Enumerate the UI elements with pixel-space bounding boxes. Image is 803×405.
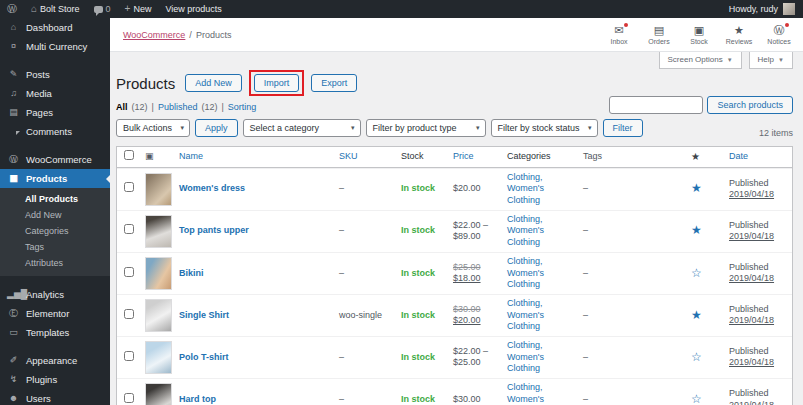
sidebar-item-label: Media	[26, 88, 52, 99]
breadcrumb-woocommerce-link[interactable]: WooCommerce	[123, 30, 185, 40]
category-links[interactable]: Clothing, Women's Clothing	[507, 172, 544, 205]
sidebar-item-dashboard[interactable]: ⌂ Dashboard	[0, 18, 110, 37]
notices-wordpress-icon: Ⓦ	[774, 25, 785, 36]
sidebar-item-elementor[interactable]: Ⓔ Elementor	[0, 304, 110, 323]
product-name-link[interactable]: Women's dress	[179, 183, 245, 193]
row-checkbox[interactable]	[124, 182, 134, 192]
view-products-menu[interactable]: View products	[158, 0, 228, 18]
activity-stock[interactable]: ▣ Stock	[679, 23, 719, 47]
activity-notices[interactable]: Ⓦ Notices	[759, 23, 799, 47]
product-thumbnail[interactable]	[145, 341, 172, 374]
featured-star-toggle[interactable]: ☆	[691, 392, 702, 405]
sidebar-item-plugins[interactable]: ↯ Plugins	[0, 370, 110, 389]
select-all-checkbox[interactable]	[124, 150, 134, 160]
notification-dot	[785, 23, 789, 27]
chevron-down-icon: ▼	[727, 57, 733, 63]
help-button[interactable]: Help ▼	[749, 52, 793, 69]
category-filter-select[interactable]: Select a category ▾	[243, 119, 361, 137]
stock-status: In stock	[401, 225, 435, 235]
row-checkbox[interactable]	[124, 309, 134, 319]
products-page: Products Add New Import Export All (12) …	[110, 52, 803, 405]
submenu-categories[interactable]: Categories	[0, 223, 110, 239]
filter-button[interactable]: Filter	[603, 119, 643, 137]
product-thumbnail[interactable]	[145, 215, 172, 248]
sidebar-item-analytics[interactable]: ▂▅█ Analytics	[0, 285, 110, 304]
product-thumbnail[interactable]	[145, 257, 172, 290]
new-content-menu[interactable]: + New	[118, 0, 159, 18]
featured-star-toggle[interactable]: ☆	[691, 266, 702, 280]
submenu-attributes[interactable]: Attributes	[0, 255, 110, 271]
product-name-link[interactable]: Hard top	[179, 394, 216, 404]
category-links[interactable]: Clothing, Women's Clothing	[507, 382, 544, 405]
product-type-filter-select[interactable]: Filter by product type ▾	[366, 119, 486, 137]
sku-cell: –	[335, 222, 397, 240]
sidebar-item-media[interactable]: ♫ Media	[0, 84, 110, 103]
filter-toolbar: Bulk Actions ▾ Apply Select a category ▾…	[116, 118, 793, 138]
featured-star-toggle[interactable]: ★	[691, 223, 702, 237]
add-new-button[interactable]: Add New	[185, 74, 242, 92]
column-header-sku[interactable]: SKU	[339, 151, 358, 161]
featured-star-toggle[interactable]: ★	[691, 308, 702, 322]
activity-reviews[interactable]: ★ Reviews	[719, 23, 759, 47]
product-name-link[interactable]: Bikini	[179, 268, 204, 278]
products-icon: ▦	[7, 174, 20, 183]
wordpress-logo-menu[interactable]: Ⓦ	[0, 0, 24, 18]
sidebar-item-multi-currency[interactable]: ¤ Multi Currency	[0, 37, 110, 56]
row-checkbox[interactable]	[124, 267, 134, 277]
search-input[interactable]	[609, 96, 703, 114]
reviews-star-icon: ★	[734, 25, 744, 36]
submenu-add-new[interactable]: Add New	[0, 207, 110, 223]
product-name-link[interactable]: Single Shirt	[179, 310, 229, 320]
import-button[interactable]: Import	[254, 74, 300, 92]
category-links[interactable]: Clothing, Women's Clothing	[507, 340, 544, 373]
woocommerce-icon: Ⓦ	[7, 155, 20, 164]
product-thumbnail[interactable]	[145, 383, 172, 405]
apply-button[interactable]: Apply	[195, 119, 238, 137]
sidebar-item-templates[interactable]: ▭ Templates	[0, 323, 110, 342]
sidebar-item-products[interactable]: ▦ Products	[0, 169, 110, 188]
featured-star-toggle[interactable]: ☆	[691, 350, 702, 364]
featured-star-toggle[interactable]: ★	[691, 181, 702, 195]
row-checkbox[interactable]	[124, 393, 134, 403]
row-checkbox[interactable]	[124, 351, 134, 361]
product-thumbnail[interactable]	[145, 299, 172, 332]
screen-options-button[interactable]: Screen Options ▼	[659, 52, 742, 69]
view-separator: |	[152, 102, 154, 112]
product-name-link[interactable]: Top pants upper	[179, 225, 249, 235]
activity-inbox[interactable]: ✉ Inbox	[599, 23, 639, 47]
export-button[interactable]: Export	[311, 74, 357, 92]
search-products-button[interactable]: Search products	[707, 96, 793, 114]
category-links[interactable]: Clothing, Women's Clothing	[507, 214, 544, 247]
activity-orders[interactable]: ▤ Orders	[639, 23, 679, 47]
column-header-date[interactable]: Date	[729, 151, 748, 161]
products-table: ▣ Name SKU Stock Price Categories Tags ★…	[116, 146, 793, 405]
sidebar-item-users[interactable]: ☻ Users	[0, 389, 110, 405]
sidebar-item-pages[interactable]: ▤ Pages	[0, 103, 110, 122]
site-name-menu[interactable]: ⌂ Bolt Store	[24, 0, 87, 18]
sidebar-item-appearance[interactable]: ✐ Appearance	[0, 351, 110, 370]
view-published-link[interactable]: Published	[158, 102, 198, 112]
submenu-tags[interactable]: Tags	[0, 239, 110, 255]
account-menu[interactable]: Howdy, rudy	[729, 3, 803, 15]
column-header-name[interactable]: Name	[179, 151, 203, 161]
view-sorting-link[interactable]: Sorting	[228, 102, 257, 112]
menu-separator	[0, 141, 110, 150]
menu-separator	[0, 56, 110, 65]
category-links[interactable]: Clothing, Women's Clothing	[507, 256, 544, 289]
sidebar-item-posts[interactable]: ✎ Posts	[0, 65, 110, 84]
row-checkbox[interactable]	[124, 224, 134, 234]
stock-status: In stock	[401, 310, 435, 320]
product-thumbnail[interactable]	[145, 173, 172, 206]
category-links[interactable]: Clothing, Women's Clothing	[507, 298, 544, 331]
active-menu-arrow	[106, 175, 110, 183]
submenu-all-products[interactable]: All Products	[0, 191, 110, 207]
price-sale: $20.00	[453, 315, 481, 325]
product-name-link[interactable]: Polo T-shirt	[179, 352, 229, 362]
comments-menu[interactable]: 0	[87, 0, 118, 18]
bulk-actions-select[interactable]: Bulk Actions ▾	[116, 119, 190, 137]
column-header-price[interactable]: Price	[453, 151, 474, 161]
view-all-link[interactable]: All	[116, 102, 128, 112]
stock-status-filter-select[interactable]: Filter by stock status ▾	[491, 119, 598, 137]
sidebar-item-woocommerce[interactable]: Ⓦ WooCommerce	[0, 150, 110, 169]
sidebar-item-comments[interactable]: Comments	[0, 122, 110, 141]
